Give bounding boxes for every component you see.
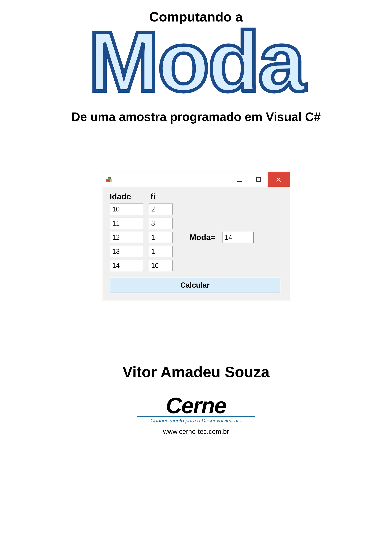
header-idade: Idade	[110, 192, 143, 201]
form-icon	[106, 176, 112, 183]
idade-input-3[interactable]	[110, 246, 143, 257]
minimize-button[interactable]	[230, 172, 249, 187]
author-name: Vitor Amadeu Souza	[123, 363, 270, 381]
svg-rect-2	[110, 179, 112, 182]
idade-input-1[interactable]	[110, 218, 143, 229]
titlebar-left	[102, 176, 112, 183]
subtitle: De uma amostra programado em Visual C#	[71, 110, 321, 124]
fi-input-2[interactable]	[149, 232, 173, 243]
publisher-logo: Cerne Conhecimento para o Desenvolviment…	[137, 395, 255, 436]
main-title: Moda	[88, 19, 304, 104]
result-output[interactable]	[222, 232, 254, 243]
table-row	[110, 260, 173, 271]
input-rows	[110, 203, 173, 271]
fi-input-4[interactable]	[149, 260, 173, 271]
fi-input-1[interactable]	[149, 218, 173, 229]
fi-input-3[interactable]	[149, 246, 173, 257]
logo-divider	[137, 416, 255, 417]
close-button[interactable]: ×	[267, 172, 290, 187]
result-label: Moda=	[189, 233, 216, 242]
idade-input-2[interactable]	[110, 232, 143, 243]
logo-url: www.cerne-tec.com.br	[163, 428, 229, 436]
result-area: Moda=	[189, 232, 254, 243]
window-controls: ×	[230, 172, 290, 187]
table-row	[110, 246, 173, 257]
column-headers: Idade fi	[110, 192, 282, 201]
idade-input-4[interactable]	[110, 260, 143, 271]
titlebar: ×	[102, 172, 290, 187]
windows-form: × Idade fi	[102, 172, 290, 300]
maximize-button[interactable]	[249, 172, 267, 187]
table-row	[110, 203, 173, 215]
table-row	[110, 232, 173, 243]
calculate-button[interactable]: Calcular	[110, 278, 280, 293]
book-cover: Computando a Moda De uma amostra program…	[0, 0, 392, 556]
logo-text: Cerne	[166, 395, 226, 416]
table-row	[110, 218, 173, 229]
fi-input-0[interactable]	[149, 203, 173, 215]
header-fi: fi	[149, 192, 173, 201]
idade-input-0[interactable]	[110, 203, 143, 215]
logo-tagline: Conhecimento para o Desenvolvimento	[150, 418, 242, 424]
form-body: Idade fi	[102, 187, 290, 300]
